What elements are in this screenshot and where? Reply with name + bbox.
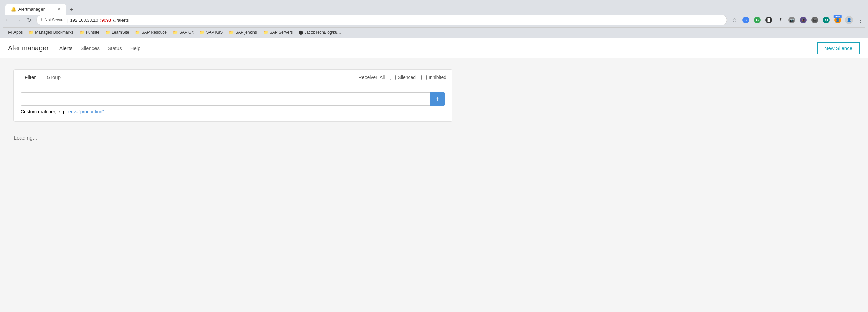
loading-text: Loading... <box>13 135 855 141</box>
new-silence-button[interactable]: New Silence <box>817 42 860 54</box>
managed-label: Managed Bookmarks <box>35 30 73 35</box>
hat-icon: 🎩 <box>800 17 807 23</box>
film-icon: 🎬 <box>811 17 818 23</box>
main-content: Filter Group Receiver: All Silenced Inhi… <box>0 58 868 312</box>
address-bar[interactable]: ℹ Not Secure | 192.168.33.10:9093/#/aler… <box>36 15 727 25</box>
ext-hat[interactable]: 🎩 <box>798 15 808 25</box>
bookmark-sap-git[interactable]: 📁 SAP Git <box>170 29 196 36</box>
ext-orange[interactable]: 👤New <box>833 15 842 25</box>
grammarly-icon: G <box>754 17 761 23</box>
folder-icon-funsite: 📁 <box>80 30 85 35</box>
nav-help[interactable]: Help <box>130 44 141 52</box>
profile-button[interactable]: 👤 <box>844 15 854 25</box>
page-content: Alertmanager Alerts Silences Status Help… <box>0 38 868 312</box>
hint-text: Custom matcher, e.g. <box>21 109 65 114</box>
folder-icon-sap-git: 📁 <box>173 30 178 35</box>
browser-tab[interactable]: 🔔 Alertmanager ✕ <box>5 4 66 15</box>
back-button[interactable]: ← <box>3 15 12 25</box>
filter-body: + Custom matcher, e.g. env="production" <box>14 85 452 121</box>
bookmarks-bar: ⊞ Apps 📁 Managed Bookmarks 📁 Funsite 📁 L… <box>3 27 865 38</box>
tab-close[interactable]: ✕ <box>57 7 61 12</box>
inhibited-checkbox-group: Inhibited <box>421 75 446 80</box>
bookmark-apps[interactable]: ⊞ Apps <box>5 29 25 36</box>
ext-screenity[interactable]: S <box>741 15 751 25</box>
folder-icon-sap-servers: 📁 <box>263 30 268 35</box>
new-badge-label: New <box>834 15 842 18</box>
folder-icon-managed: 📁 <box>29 30 34 35</box>
folder-icon-sap-resource: 📁 <box>135 30 140 35</box>
nav-status[interactable]: Status <box>108 44 122 52</box>
bookmark-managed[interactable]: 📁 Managed Bookmarks <box>26 29 76 36</box>
sap-k8s-label: SAP K8S <box>206 30 223 35</box>
bookmark-learnsite[interactable]: 📁 LearnSite <box>103 29 132 36</box>
filter-hint: Custom matcher, e.g. env="production" <box>21 109 445 114</box>
screenity-icon: S <box>742 17 749 23</box>
funsite-label: Funsite <box>86 30 99 35</box>
tab-title: Alertmanager <box>18 7 45 12</box>
serif-icon: f <box>777 17 784 23</box>
alertmanager-title: Alertmanager <box>8 44 49 52</box>
tab-group[interactable]: Group <box>41 70 66 85</box>
silenced-checkbox[interactable] <box>390 75 396 80</box>
nav-alerts[interactable]: Alerts <box>59 44 72 52</box>
folder-icon-sap-k8s: 📁 <box>199 30 205 35</box>
hint-example[interactable]: env="production" <box>68 109 104 114</box>
nav-silences[interactable]: Silences <box>80 44 100 52</box>
teal-icon: ⊙ <box>823 17 830 23</box>
sap-servers-label: SAP Servers <box>270 30 293 35</box>
reload-button[interactable]: ↻ <box>24 15 34 25</box>
bookmark-sap-k8s[interactable]: 📁 SAP K8S <box>197 29 225 36</box>
ext-teal[interactable]: ⊙ <box>821 15 831 25</box>
bookmark-sap-resource[interactable]: 📁 SAP Resouce <box>132 29 169 36</box>
new-tab-button[interactable]: + <box>67 5 76 15</box>
github-icon: ⬤ <box>299 30 303 35</box>
profile-icon: 👤 <box>845 16 853 24</box>
silenced-label[interactable]: Silenced <box>398 75 416 80</box>
bookmark-funsite[interactable]: 📁 Funsite <box>77 29 102 36</box>
tab-filter[interactable]: Filter <box>19 70 41 85</box>
security-text: Not Secure <box>45 18 65 22</box>
sap-git-label: SAP Git <box>179 30 193 35</box>
ext-dark[interactable]: ▐▌ <box>764 15 774 25</box>
receiver-label: Receiver: All <box>359 75 385 80</box>
filter-input-row: + <box>21 92 445 106</box>
alertmanager-nav: Alerts Silences Status Help <box>59 44 817 52</box>
orange-icon: 👤New <box>834 17 841 23</box>
menu-button[interactable]: ⋮ <box>856 15 865 25</box>
learnsite-label: LearnSite <box>112 30 129 35</box>
filter-tabs-bar: Filter Group Receiver: All Silenced Inhi… <box>14 70 452 85</box>
bookmark-sap-jenkins[interactable]: 📁 SAP jenkins <box>226 29 260 36</box>
ext-serif[interactable]: f <box>776 15 785 25</box>
alertmanager-header: Alertmanager Alerts Silences Status Help… <box>0 38 868 58</box>
bookmark-sap-servers[interactable]: 📁 SAP Servers <box>261 29 295 36</box>
folder-icon-sap-jenkins: 📁 <box>229 30 234 35</box>
apps-grid-icon: ⊞ <box>8 30 12 35</box>
ext-film[interactable]: 🎬 <box>810 15 819 25</box>
folder-icon-learnsite: 📁 <box>105 30 110 35</box>
bookmark-jacobtechblog[interactable]: ⬤ JacobTechBlog/k8... <box>296 29 343 36</box>
add-filter-button[interactable]: + <box>430 92 445 106</box>
sap-jenkins-label: SAP jenkins <box>235 30 257 35</box>
sap-resource-label: SAP Resouce <box>141 30 167 35</box>
inhibited-label[interactable]: Inhibited <box>429 75 446 80</box>
camera-icon: 📷 <box>788 17 795 23</box>
apps-label: Apps <box>13 30 23 35</box>
tab-favicon: 🔔 <box>11 7 16 12</box>
forward-button[interactable]: → <box>13 15 23 25</box>
url-port: :9093 <box>100 18 111 23</box>
inhibited-checkbox[interactable] <box>421 75 427 80</box>
security-icon: ℹ <box>41 18 43 22</box>
dark-icon: ▐▌ <box>765 17 772 23</box>
filter-controls-right: Receiver: All Silenced Inhibited <box>359 75 446 80</box>
ext-camera[interactable]: 📷 <box>787 15 796 25</box>
url-path: /#/alerts <box>113 18 129 23</box>
bookmark-button[interactable]: ☆ <box>730 15 739 25</box>
url-separator: | <box>67 18 68 23</box>
url-domain: 192.168.33.10 <box>70 18 98 23</box>
filter-card: Filter Group Receiver: All Silenced Inhi… <box>13 69 452 122</box>
silenced-checkbox-group: Silenced <box>390 75 416 80</box>
ext-grammarly[interactable]: G <box>753 15 762 25</box>
filter-input[interactable] <box>21 92 430 106</box>
jacobtechblog-label: JacobTechBlog/k8... <box>304 30 341 35</box>
